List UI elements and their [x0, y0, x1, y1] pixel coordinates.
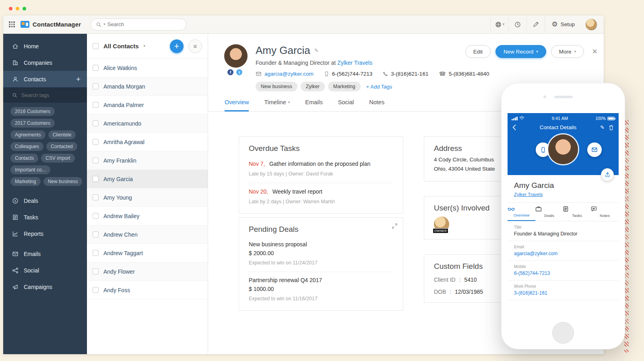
add-tags-link[interactable]: + Add Tags: [366, 84, 392, 90]
row-checkbox[interactable]: [93, 194, 99, 200]
tag-chip[interactable]: Colleagues: [10, 142, 43, 151]
deal-item[interactable]: Partnership renewal Q4 2017 $ 1000.00 Ex…: [249, 272, 393, 303]
sidebar-item-emails[interactable]: Emails: [3, 245, 87, 262]
tab-timeline[interactable]: Timeline▾: [264, 99, 290, 111]
phone-company-link[interactable]: Zylker Travels: [514, 192, 543, 197]
contact-tag-chip[interactable]: Zylker: [301, 82, 325, 91]
involved-user-avatar[interactable]: OWNER: [434, 217, 449, 232]
app-grid-icon[interactable]: [9, 21, 15, 27]
contact-tag-chip[interactable]: New business: [256, 82, 297, 91]
tag-chip[interactable]: New business: [43, 177, 83, 186]
select-all-checkbox[interactable]: [93, 43, 99, 49]
row-checkbox[interactable]: [93, 120, 99, 126]
search-scope-caret-icon[interactable]: ▾: [103, 23, 105, 26]
email-button[interactable]: [587, 142, 602, 157]
task-item[interactable]: Nov 7, Gather information on the propose…: [249, 155, 393, 183]
contact-row[interactable]: Americamundo: [87, 114, 208, 133]
list-filter-dropdown[interactable]: All Contacts: [103, 43, 139, 50]
edit-contact-pencil-icon[interactable]: ✎: [600, 124, 605, 130]
row-checkbox[interactable]: [93, 65, 99, 71]
contact-row[interactable]: Amy Young: [87, 188, 208, 207]
row-checkbox[interactable]: [93, 287, 99, 293]
sidebar-item-tasks[interactable]: Tasks: [3, 209, 87, 225]
tag-chip[interactable]: Clientele: [48, 130, 76, 139]
search-input[interactable]: [107, 21, 181, 27]
setup-button[interactable]: ⚙ Setup: [545, 15, 581, 34]
tag-chip[interactable]: Agreements: [10, 130, 45, 139]
org-switcher-button[interactable]: ▾: [490, 15, 508, 34]
tag-chip[interactable]: Contacted: [46, 142, 77, 151]
contact-row-selected[interactable]: Amy Garcia: [87, 170, 208, 188]
phone-home-button[interactable]: [552, 322, 574, 344]
contact-row[interactable]: Andrew Bailey: [87, 207, 208, 225]
share-button[interactable]: [601, 168, 614, 181]
phone-tab-overview[interactable]: Overview: [508, 203, 535, 221]
sidebar-item-contacts[interactable]: Contacts +: [3, 71, 87, 87]
sidebar-item-reports[interactable]: Reports: [3, 225, 87, 242]
contact-email-link[interactable]: agarcia@zylker.com: [264, 71, 314, 77]
tag-chip[interactable]: 2016 Customers: [10, 107, 55, 116]
contact-row[interactable]: Amritha Agrawal: [87, 133, 208, 151]
back-chevron-icon[interactable]: [512, 124, 516, 130]
phone-tab-notes[interactable]: Notes: [591, 203, 619, 221]
tag-chip[interactable]: 2017 Customers: [10, 119, 55, 128]
expand-icon[interactable]: [392, 223, 397, 229]
tag-chip[interactable]: CSV import: [41, 154, 74, 163]
feedback-button[interactable]: [526, 15, 545, 34]
tag-chip[interactable]: Marketing: [10, 177, 41, 186]
tab-notes[interactable]: Notes: [369, 99, 384, 111]
contact-row[interactable]: Andrew Taggart: [87, 244, 208, 262]
row-checkbox[interactable]: [93, 250, 99, 256]
close-detail-icon[interactable]: ×: [592, 47, 597, 56]
delete-trash-icon[interactable]: [609, 125, 614, 130]
add-contact-icon[interactable]: +: [76, 75, 80, 84]
global-search[interactable]: ▾: [91, 19, 186, 31]
phone-tab-tasks[interactable]: Tasks: [563, 203, 591, 221]
sidebar-item-companies[interactable]: Companies: [3, 54, 87, 71]
contact-row[interactable]: Andy Foss: [87, 281, 208, 299]
contact-row[interactable]: Amanda Palmer: [87, 96, 208, 114]
row-checkbox[interactable]: [93, 157, 99, 163]
user-avatar[interactable]: [585, 19, 597, 31]
phone-mobile-link[interactable]: 6-(562)744-7213: [514, 270, 612, 276]
edit-name-pencil-icon[interactable]: ✎: [314, 47, 319, 54]
sidebar-item-social[interactable]: Social: [3, 262, 87, 278]
deal-item[interactable]: New business proposal $ 2000.00 Expected…: [249, 236, 393, 272]
sidebar-item-home[interactable]: Home: [3, 38, 87, 54]
tab-emails[interactable]: Emails: [305, 99, 323, 111]
zoom-window-button[interactable]: [23, 7, 26, 10]
tab-overview[interactable]: Overview: [225, 99, 249, 111]
recent-activity-button[interactable]: [508, 15, 526, 34]
row-checkbox[interactable]: [93, 83, 99, 89]
company-link[interactable]: Zylker Travels: [337, 60, 372, 66]
edit-button[interactable]: Edit: [465, 45, 491, 58]
contact-row[interactable]: Amanda Morgan: [87, 77, 208, 96]
contact-row[interactable]: Alice Watkins: [87, 59, 208, 77]
row-checkbox[interactable]: [93, 139, 99, 145]
list-options-button[interactable]: ≡: [188, 39, 202, 53]
row-checkbox[interactable]: [93, 102, 99, 108]
row-checkbox[interactable]: [93, 268, 99, 274]
contact-row[interactable]: Amy Franklin: [87, 151, 208, 170]
contact-row[interactable]: Andy Flower: [87, 262, 208, 281]
row-checkbox[interactable]: [93, 176, 99, 182]
tab-social[interactable]: Social: [338, 99, 354, 111]
row-checkbox[interactable]: [93, 213, 99, 219]
contact-row[interactable]: Andrew Chen: [87, 225, 208, 244]
close-window-button[interactable]: [9, 7, 12, 10]
twitter-icon[interactable]: t: [236, 69, 242, 75]
more-button[interactable]: More▾: [551, 45, 584, 58]
tag-chip[interactable]: Important co...: [10, 165, 50, 174]
new-record-button[interactable]: New Record▾: [495, 45, 546, 58]
task-item[interactable]: Nov 20, Weekly travel report Late by 2 d…: [249, 183, 393, 206]
sidebar-item-campaigns[interactable]: Campaigns: [3, 278, 87, 295]
search-tags[interactable]: [3, 87, 87, 103]
phone-workphone-link[interactable]: 3-(816)621-161: [514, 290, 612, 296]
facebook-icon[interactable]: f: [227, 69, 233, 75]
sidebar-item-deals[interactable]: $ Deals: [3, 192, 87, 209]
phone-email-link[interactable]: agarcia@zylker.com: [514, 251, 612, 256]
tag-chip[interactable]: Contacts: [10, 154, 38, 163]
phone-tab-deals[interactable]: Deals: [535, 203, 563, 221]
contact-tag-chip[interactable]: Marketing: [328, 82, 361, 91]
minimize-window-button[interactable]: [16, 7, 19, 10]
